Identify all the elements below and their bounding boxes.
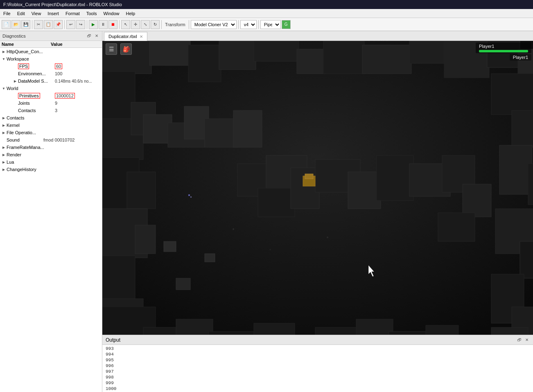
tree-item-framerateman[interactable]: ▶ FrameRateMana... bbox=[0, 144, 102, 151]
diag-column-headers: Name Value bbox=[0, 41, 102, 48]
tree-item-datamodel[interactable]: ▶ DataModel S... 0.148ms 40.6/s no... bbox=[0, 77, 102, 85]
value-contacts-world: 3 bbox=[55, 108, 57, 113]
viewport-toolbar: ☰ 🎒 bbox=[106, 43, 132, 55]
viewport-bag-button[interactable]: 🎒 bbox=[120, 43, 132, 55]
svg-rect-6 bbox=[297, 49, 325, 74]
scene-svg bbox=[102, 41, 533, 335]
tree-item-httpqueue[interactable]: ▶ HttpQueue_Con... bbox=[0, 48, 102, 55]
redo-button[interactable]: ↪ bbox=[76, 20, 85, 29]
panel-controls: 🗗 ✕ bbox=[86, 33, 99, 39]
svg-rect-33 bbox=[205, 119, 237, 147]
value-primitives: 1000012 bbox=[55, 93, 75, 99]
svg-rect-53 bbox=[377, 155, 413, 201]
menu-view[interactable]: View bbox=[28, 10, 45, 17]
label-httpqueue: HttpQueue_Con... bbox=[7, 49, 43, 54]
sep8 bbox=[258, 20, 259, 29]
pause-button[interactable]: ⏸ bbox=[99, 20, 108, 29]
tree-item-contacts[interactable]: ▶ Contacts bbox=[0, 114, 102, 122]
output-line-999: 999 bbox=[106, 380, 530, 386]
cut-button[interactable]: ✂ bbox=[34, 20, 43, 29]
tree-item-world[interactable]: ▼ World bbox=[0, 85, 102, 92]
svg-rect-59 bbox=[176, 278, 190, 290]
undo-button[interactable]: ↩ bbox=[66, 20, 75, 29]
output-controls: 🗗 ✕ bbox=[517, 337, 530, 343]
tree-item-lua[interactable]: ▶ Lua bbox=[0, 158, 102, 166]
output-close-button[interactable]: ✕ bbox=[524, 337, 530, 343]
tree-item-joints[interactable]: Joints 9 bbox=[0, 99, 102, 107]
menu-format[interactable]: Format bbox=[62, 10, 83, 17]
v4-dropdown[interactable]: v4 bbox=[240, 20, 257, 29]
output-line-995: 995 bbox=[106, 357, 530, 363]
tree-item-render[interactable]: ▶ Render bbox=[0, 151, 102, 158]
tree-item-fileoperatio[interactable]: ▶ File Operatio... bbox=[0, 129, 102, 136]
menu-insert[interactable]: Insert bbox=[44, 10, 62, 17]
svg-rect-56 bbox=[305, 174, 313, 179]
label-datamodel: DataModel S... bbox=[18, 79, 55, 83]
svg-rect-22 bbox=[491, 74, 533, 115]
output-line-994: 994 bbox=[106, 351, 530, 357]
tree-item-fps[interactable]: FPS 60 bbox=[0, 63, 102, 70]
viewport-menu-button[interactable]: ☰ bbox=[106, 43, 117, 55]
arrow-environment bbox=[12, 71, 18, 77]
diagnostics-panel: Diagnostics 🗗 ✕ Name Value ▶ HttpQueue_C… bbox=[0, 31, 102, 392]
tree-item-contacts-world[interactable]: Contacts 3 bbox=[0, 107, 102, 114]
svg-rect-69 bbox=[463, 184, 491, 217]
rotate-button[interactable]: ↻ bbox=[151, 20, 160, 29]
move-button[interactable]: ✛ bbox=[131, 20, 140, 29]
svg-rect-52 bbox=[348, 172, 381, 209]
tab-close-duplicator[interactable]: ✕ bbox=[140, 34, 143, 39]
model-cloner-dropdown[interactable]: Model Cloner V2 bbox=[191, 20, 237, 29]
select-button[interactable]: ↖ bbox=[121, 20, 130, 29]
green-btn[interactable]: G bbox=[282, 20, 291, 29]
menu-help[interactable]: Help bbox=[123, 10, 139, 17]
menu-tools[interactable]: Tools bbox=[83, 10, 100, 17]
svg-rect-43 bbox=[389, 331, 430, 335]
arrow-fps bbox=[12, 63, 18, 69]
tree-item-workspace[interactable]: ▼ Workspace bbox=[0, 55, 102, 63]
output-line-993: 993 bbox=[106, 346, 530, 351]
sep2 bbox=[64, 20, 65, 29]
paste-button[interactable]: 📌 bbox=[54, 20, 63, 29]
tree-item-environment[interactable]: Environmen... 100 bbox=[0, 70, 102, 77]
svg-point-62 bbox=[233, 228, 234, 230]
output-content[interactable]: 993 994 995 996 997 998 999 1000 bbox=[102, 345, 533, 392]
output-line-997: 997 bbox=[106, 369, 530, 374]
tab-duplicator[interactable]: Duplicator.rbxl ✕ bbox=[104, 32, 147, 41]
output-restore-button[interactable]: 🗗 bbox=[517, 337, 522, 343]
menu-file[interactable]: File bbox=[0, 10, 14, 17]
label-world: World bbox=[7, 86, 43, 91]
arrow-workspace: ▼ bbox=[1, 56, 7, 62]
stop-button[interactable]: ⏹ bbox=[108, 20, 117, 29]
sep5 bbox=[161, 20, 162, 29]
tree-item-changehistory[interactable]: ▶ ChangeHistory bbox=[0, 166, 102, 173]
menu-window[interactable]: Window bbox=[100, 10, 122, 17]
panel-restore-button[interactable]: 🗗 bbox=[86, 33, 92, 39]
menu-edit[interactable]: Edit bbox=[14, 10, 28, 17]
copy-button[interactable]: 📋 bbox=[44, 20, 53, 29]
play-button[interactable]: ▶ bbox=[89, 20, 98, 29]
tree-item-kernel[interactable]: ▶ Kernel bbox=[0, 122, 102, 129]
tree-item-sound[interactable]: Sound fmod 00010702 bbox=[0, 136, 102, 144]
svg-rect-25 bbox=[528, 164, 533, 205]
save-button[interactable]: 💾 bbox=[21, 20, 30, 29]
svg-rect-2 bbox=[149, 41, 190, 65]
svg-rect-24 bbox=[499, 145, 532, 194]
pipes-dropdown[interactable]: Pipes bbox=[260, 20, 281, 29]
label-workspace: Workspace bbox=[7, 56, 43, 61]
output-line-998: 998 bbox=[106, 374, 530, 380]
tab-bar: Duplicator.rbxl ✕ bbox=[102, 31, 533, 41]
col-name-header: Name bbox=[2, 42, 51, 47]
scale-button[interactable]: ⤡ bbox=[141, 20, 150, 29]
open-button[interactable]: 📂 bbox=[11, 20, 20, 29]
title-text: F:\Roblox_Current Project\Duplicator.rbx… bbox=[3, 2, 122, 7]
panel-close-button[interactable]: ✕ bbox=[94, 33, 99, 39]
label-changehistory: ChangeHistory bbox=[7, 167, 43, 172]
svg-rect-13 bbox=[102, 72, 135, 121]
viewport[interactable]: ☰ 🎒 Player1 Player1 bbox=[102, 41, 533, 335]
arrow-joints bbox=[12, 100, 18, 106]
svg-rect-7 bbox=[323, 41, 364, 74]
new-button[interactable]: 📄 bbox=[2, 20, 11, 29]
tree-item-primitives[interactable]: Primitives 1000012 bbox=[0, 92, 102, 99]
arrow-render: ▶ bbox=[1, 152, 7, 158]
scene-background bbox=[102, 41, 533, 335]
